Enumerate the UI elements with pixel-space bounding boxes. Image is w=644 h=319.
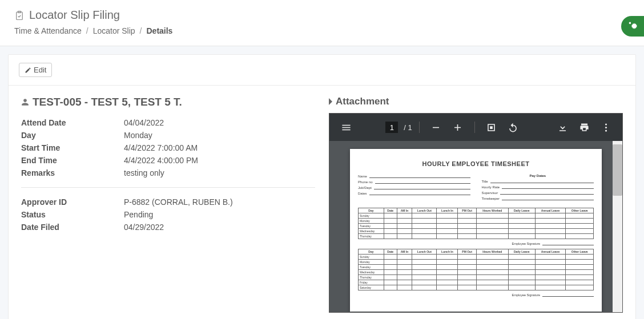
doc-field-label: Timekeeper <box>482 197 500 200</box>
breadcrumb: Time & Attendance / Locator Slip / Detai… <box>14 26 630 35</box>
value-approver-id: P-6882 (CORRAL, RUBEN B.) <box>124 197 233 207</box>
pdf-more-button[interactable] <box>596 118 615 137</box>
label-start-time: Start Time <box>21 143 124 152</box>
row-day: Day Monday <box>21 129 315 142</box>
edit-icon <box>25 67 31 74</box>
minus-icon <box>430 122 441 133</box>
pdf-toolbar: / 1 <box>329 114 622 141</box>
doc-field-label: Job/Dept <box>358 186 372 189</box>
employee-name: TEST-005 - TEST 5, TEST 5 T. <box>33 96 182 108</box>
employee-header: TEST-005 - TEST 5, TEST 5 T. <box>21 96 315 108</box>
settings-floating-button[interactable] <box>621 16 644 37</box>
chevron-right-icon <box>329 98 333 105</box>
row-approver-id: Approver ID P-6882 (CORRAL, RUBEN B.) <box>21 196 315 208</box>
doc-field-label: Dates <box>358 192 367 195</box>
attachment-header[interactable]: Attachment <box>329 96 623 107</box>
pdf-page-input[interactable] <box>385 122 398 133</box>
label-end-time: End Time <box>21 156 124 165</box>
value-end-time: 4/4/2022 4:00:00 PM <box>124 156 198 165</box>
label-attend-date: Attend Date <box>21 118 124 127</box>
row-end-time: End Time 4/4/2022 4:00:00 PM <box>21 154 315 167</box>
breadcrumb-current: Details <box>147 26 173 35</box>
card-toolbar: Edit <box>9 55 635 86</box>
pdf-toolbar-separator <box>474 122 475 133</box>
pdf-page-total: / 1 <box>404 123 412 132</box>
doc-left-col: Name Phone no Job/Dept Dates <box>358 174 470 202</box>
row-attend-date: Attend Date 04/04/2022 <box>21 116 315 129</box>
value-date-filed: 04/29/2022 <box>124 223 164 232</box>
print-icon <box>579 122 590 133</box>
edit-button[interactable]: Edit <box>19 63 52 77</box>
doc-field-label: Phone no <box>358 180 373 184</box>
value-day: Monday <box>124 131 152 140</box>
pdf-body[interactable]: HOURLY EMPLOYEE TIMESHEET Name Phone no … <box>329 141 622 312</box>
pdf-zoom-out-button[interactable] <box>426 118 446 137</box>
pdf-zoom-in-button[interactable] <box>448 118 468 137</box>
doc-table-2: DayDateAM InLunch OutLunch InPM OutHours… <box>358 249 594 290</box>
svg-point-3 <box>605 126 606 128</box>
row-remarks: Remarks testing only <box>21 167 315 179</box>
value-start-time: 4/4/2022 7:00:00 AM <box>124 143 198 152</box>
doc-right-col: Pay Dates Title Hourly Rate Supervisor T… <box>482 174 594 202</box>
download-icon <box>557 122 568 133</box>
details-divider <box>21 187 315 188</box>
row-date-filed: Date Filed 04/29/2022 <box>21 221 315 233</box>
doc-title: HOURLY EMPLOYEE TIMESHEET <box>358 160 594 167</box>
pdf-page: HOURLY EMPLOYEE TIMESHEET Name Phone no … <box>350 149 602 312</box>
doc-field-label: Name <box>358 175 367 178</box>
clipboard-icon <box>14 10 25 21</box>
doc-sig-label: Employee Signature <box>512 293 541 297</box>
rotate-icon <box>508 122 518 133</box>
more-vertical-icon <box>601 122 611 133</box>
pdf-toolbar-separator <box>419 122 420 133</box>
page-title-row: Locator Slip Filing <box>14 9 630 22</box>
hamburger-icon <box>341 122 352 133</box>
doc-field-label: Hourly Rate <box>482 185 500 189</box>
value-attend-date: 04/04/2022 <box>124 118 164 127</box>
page-header: Locator Slip Filing Time & Attendance / … <box>0 0 644 46</box>
attachment-title-label: Attachment <box>336 96 389 107</box>
gears-icon <box>627 21 638 32</box>
card-body: TEST-005 - TEST 5, TEST 5 T. Attend Date… <box>9 86 635 319</box>
pdf-download-button[interactable] <box>553 118 572 137</box>
breadcrumb-separator: / <box>86 26 88 35</box>
fit-page-icon <box>486 122 497 133</box>
doc-table-1: DayDateAM InLunch OutLunch InPM OutHours… <box>358 208 594 239</box>
pdf-menu-button[interactable] <box>336 118 356 137</box>
label-remarks: Remarks <box>21 168 124 177</box>
doc-field-label: Title <box>482 180 488 183</box>
details-pane: TEST-005 - TEST 5, TEST 5 T. Attend Date… <box>21 96 315 313</box>
plus-icon <box>452 122 463 133</box>
label-date-filed: Date Filed <box>21 223 124 232</box>
pdf-scrollbar-thumb[interactable] <box>613 144 622 196</box>
row-start-time: Start Time 4/4/2022 7:00:00 AM <box>21 142 315 154</box>
svg-point-2 <box>605 123 606 125</box>
label-day: Day <box>21 131 124 140</box>
details-card: Edit TEST-005 - TEST 5, TEST 5 T. Attend… <box>8 54 636 319</box>
label-status: Status <box>21 210 124 219</box>
edit-button-label: Edit <box>34 66 46 74</box>
value-remarks: testing only <box>124 168 164 177</box>
row-status: Status Pending <box>21 208 315 221</box>
doc-field-label: Supervisor <box>482 191 498 195</box>
pdf-rotate-button[interactable] <box>504 118 523 137</box>
pdf-viewer: / 1 <box>329 113 623 313</box>
label-approver-id: Approver ID <box>21 197 124 207</box>
breadcrumb-item-locator-slip[interactable]: Locator Slip <box>93 26 135 35</box>
doc-top-section: Name Phone no Job/Dept Dates Pay Dates T… <box>358 174 594 202</box>
breadcrumb-separator: / <box>140 26 142 35</box>
value-status: Pending <box>124 210 153 219</box>
breadcrumb-item-time-attendance[interactable]: Time & Attendance <box>14 26 82 35</box>
doc-pay-dates-header: Pay Dates <box>482 174 594 177</box>
svg-point-4 <box>605 130 606 131</box>
pdf-fit-button[interactable] <box>482 118 501 137</box>
doc-sig-label: Employee Signature <box>512 242 541 245</box>
page-title: Locator Slip Filing <box>29 9 120 22</box>
pdf-print-button[interactable] <box>574 118 594 137</box>
person-icon <box>21 98 29 107</box>
attachment-pane: Attachment / 1 <box>329 96 623 313</box>
pdf-scrollbar[interactable] <box>613 141 622 312</box>
